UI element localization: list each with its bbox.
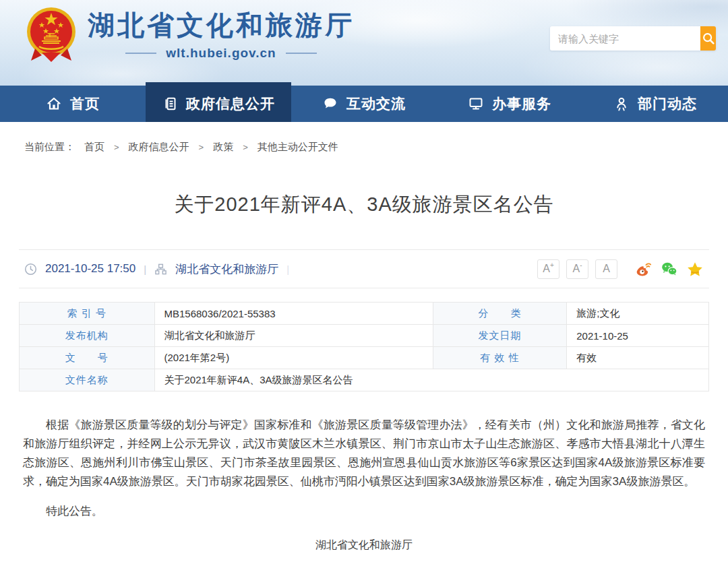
breadcrumb-item-gov-info[interactable]: 政府信息公开 — [129, 141, 189, 154]
main-nav: 首页 政府信息公开 互动交流 办事服务 部门动态 — [0, 86, 728, 122]
monitor-icon — [468, 96, 484, 112]
site-header: 湖北省文化和旅游厅 wlt.hubei.gov.cn — [0, 0, 728, 86]
url-dash-right — [286, 53, 317, 54]
home-icon — [46, 96, 62, 112]
info-value-issue-date: 2021-10-25 — [567, 325, 709, 347]
site-brand[interactable]: 湖北省文化和旅游厅 wlt.hubei.gov.cn — [26, 4, 355, 65]
info-label-doc-number: 文 号 — [20, 347, 155, 369]
nav-item-department-news[interactable]: 部门动态 — [582, 86, 728, 122]
chat-icon — [322, 96, 338, 112]
breadcrumb-separator: > — [199, 142, 204, 152]
nav-item-label: 互动交流 — [346, 94, 406, 113]
info-label-doc-name: 文件名称 — [20, 369, 155, 391]
nav-item-label: 政府信息公开 — [186, 94, 275, 113]
info-label-index-number: 索 引 号 — [20, 303, 155, 325]
notice-paragraph: 特此公告。 — [23, 502, 705, 521]
breadcrumb-item-policy[interactable]: 政策 — [213, 141, 233, 154]
info-label-issue-date: 发文日期 — [433, 325, 566, 347]
document-icon — [162, 96, 178, 112]
site-title: 湖北省文化和旅游厅 — [88, 9, 355, 42]
nav-item-label: 办事服务 — [492, 94, 551, 113]
breadcrumb-separator: > — [243, 142, 248, 152]
info-value-doc-number: (2021年第2号) — [154, 347, 433, 369]
wechat-icon[interactable] — [661, 260, 678, 278]
info-value-category: 旅游;文化 — [567, 303, 709, 325]
meta-divider: | — [144, 263, 146, 275]
meta-divider: | — [286, 263, 289, 275]
qzone-icon[interactable] — [686, 260, 704, 278]
breadcrumb-item-other-docs[interactable]: 其他主动公开文件 — [257, 141, 338, 154]
table-row: 文 号 (2021年第2号) 有 效 性 有效 — [20, 347, 709, 369]
table-row: 索 引 号 MB1568036/2021-55383 分 类 旅游;文化 — [20, 303, 709, 325]
nav-item-label: 部门动态 — [638, 94, 697, 113]
nav-item-home[interactable]: 首页 — [0, 86, 146, 122]
article-body: 根据《旅游景区质量等级的划分与评定》国家标准和《旅游景区质量等级管理办法》，经有… — [19, 416, 709, 566]
info-label-validity: 有 效 性 — [433, 347, 566, 369]
national-emblem-icon — [26, 4, 77, 65]
site-url: wlt.hubei.gov.cn — [166, 46, 276, 61]
info-label-category: 分 类 — [433, 303, 566, 325]
search-icon — [701, 31, 716, 46]
table-row: 文件名称 关于2021年新评4A、3A级旅游景区名公告 — [20, 369, 709, 391]
info-value-doc-name: 关于2021年新评4A、3A级旅游景区名公告 — [154, 369, 709, 391]
body-paragraph: 根据《旅游景区质量等级的划分与评定》国家标准和《旅游景区质量等级管理办法》，经有… — [23, 416, 705, 491]
font-reset-button[interactable]: A — [595, 259, 617, 279]
nav-item-interaction[interactable]: 互动交流 — [291, 86, 437, 122]
font-increase-button[interactable]: A+ — [537, 259, 559, 279]
article-title: 关于2021年新评4A、3A级旅游景区名公告 — [19, 191, 709, 218]
table-row: 发布机构 湖北省文化和旅游厅 发文日期 2021-10-25 — [20, 325, 709, 347]
search-input[interactable] — [550, 26, 700, 51]
info-value-validity: 有效 — [567, 347, 709, 369]
info-value-publisher: 湖北省文化和旅游厅 — [154, 325, 433, 347]
nav-item-gov-info[interactable]: 政府信息公开 — [146, 82, 291, 122]
document-info-table: 索 引 号 MB1568036/2021-55383 分 类 旅游;文化 发布机… — [19, 302, 709, 391]
weibo-icon[interactable] — [635, 260, 653, 278]
info-label-publisher: 发布机构 — [20, 325, 155, 347]
breadcrumb-label: 当前位置： — [24, 141, 75, 154]
article-source[interactable]: 湖北省文化和旅游厅 — [175, 261, 278, 277]
search-button[interactable] — [700, 26, 716, 51]
url-dash-left — [125, 53, 156, 54]
breadcrumb-separator: > — [114, 142, 119, 152]
info-value-index-number: MB1568036/2021-55383 — [154, 303, 433, 325]
nav-item-label: 首页 — [70, 94, 100, 113]
source-org-icon — [154, 263, 167, 276]
font-decrease-button[interactable]: A- — [566, 259, 588, 279]
signature: 湖北省文化和旅游厅 — [23, 536, 705, 555]
breadcrumb: 当前位置： 首页 > 政府信息公开 > 政策 > 其他主动公开文件 — [19, 122, 709, 154]
person-icon — [613, 96, 630, 112]
nav-item-services[interactable]: 办事服务 — [437, 86, 582, 122]
publish-time: 2021-10-25 17:50 — [45, 262, 135, 276]
article-meta-bar: 2021-10-25 17:50 | 湖北省文化和旅游厅 | A+ A- A — [19, 249, 709, 288]
clock-icon — [24, 263, 37, 276]
search-box — [550, 26, 716, 51]
page-content: 当前位置： 首页 > 政府信息公开 > 政策 > 其他主动公开文件 关于2021… — [19, 122, 709, 566]
breadcrumb-item-home[interactable]: 首页 — [84, 141, 104, 154]
